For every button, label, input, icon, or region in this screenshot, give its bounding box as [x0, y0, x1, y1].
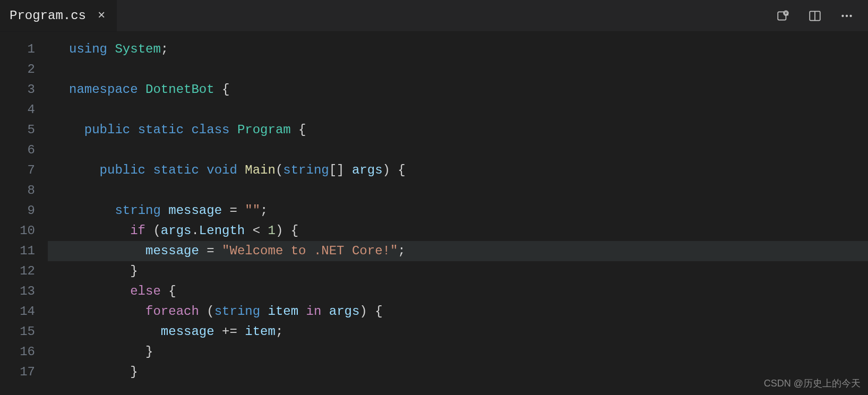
open-changes-icon[interactable] — [774, 6, 793, 25]
line-number: 5 — [0, 120, 48, 140]
code-line: string message = ""; — [48, 201, 868, 221]
line-number: 6 — [0, 140, 48, 160]
line-number: 11 — [0, 241, 48, 261]
code-line — [48, 100, 868, 120]
more-actions-icon[interactable] — [837, 6, 856, 25]
line-number: 16 — [0, 342, 48, 362]
file-tab[interactable]: Program.cs × — [0, 0, 117, 31]
code-content[interactable]: using System; namespace DotnetBot { publ… — [48, 32, 868, 395]
line-number: 7 — [0, 160, 48, 181]
code-line — [48, 59, 868, 80]
code-line: if (args.Length < 1) { — [48, 221, 868, 241]
close-icon[interactable]: × — [96, 7, 107, 24]
code-line — [48, 140, 868, 160]
line-number: 12 — [0, 261, 48, 281]
tab-actions — [774, 0, 863, 31]
code-line: foreach (string item in args) { — [48, 302, 868, 322]
editor-container: Program.cs × — [0, 0, 868, 395]
line-number: 14 — [0, 302, 48, 322]
code-area: 1234567891011121314151617 using System; … — [0, 32, 868, 395]
code-line: } — [48, 362, 868, 382]
code-line: message = "Welcome to .NET Core!"; — [48, 241, 868, 261]
split-editor-icon[interactable] — [805, 6, 824, 25]
code-line: } — [48, 342, 868, 362]
line-number: 8 — [0, 181, 48, 201]
line-number: 13 — [0, 281, 48, 302]
svg-point-5 — [841, 14, 844, 16]
code-line: namespace DotnetBot { — [48, 80, 868, 100]
code-line: else { — [48, 281, 868, 302]
line-number: 15 — [0, 322, 48, 342]
tab-bar: Program.cs × — [0, 0, 868, 32]
svg-point-6 — [846, 14, 848, 16]
line-number: 3 — [0, 80, 48, 100]
line-number: 1 — [0, 39, 48, 59]
tab-filename: Program.cs — [10, 8, 86, 23]
line-number: 2 — [0, 59, 48, 80]
line-number: 10 — [0, 221, 48, 241]
code-line: message += item; — [48, 322, 868, 342]
line-number: 9 — [0, 201, 48, 221]
svg-point-7 — [849, 14, 852, 16]
line-number: 17 — [0, 362, 48, 382]
code-line: using System; — [48, 39, 868, 59]
line-number: 4 — [0, 100, 48, 120]
code-line: public static class Program { — [48, 120, 868, 140]
code-line — [48, 181, 868, 201]
code-line: } — [48, 261, 868, 281]
code-line: public static void Main(string[] args) { — [48, 160, 868, 181]
line-number-gutter: 1234567891011121314151617 — [0, 32, 48, 395]
